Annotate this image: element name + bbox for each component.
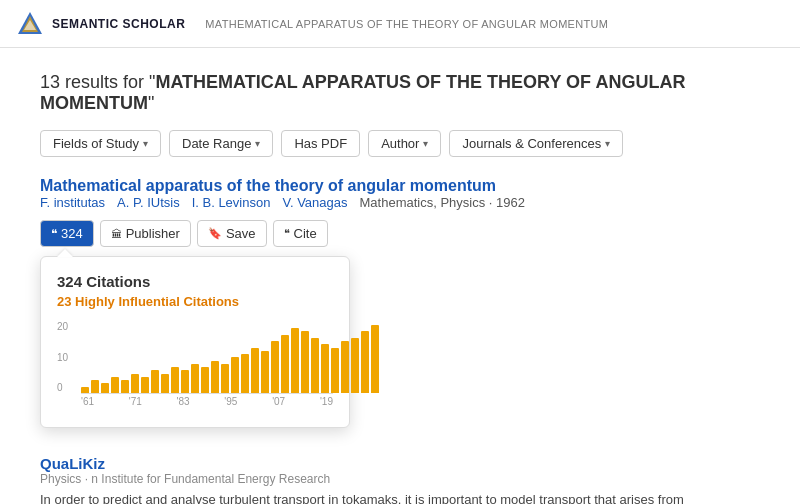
- chart-bar-25: [331, 348, 339, 393]
- logo-text: SEMANTIC SCHOLAR: [52, 17, 185, 31]
- header: SEMANTIC SCHOLAR MATHEMATICAL APPARATUS …: [0, 0, 800, 48]
- chart-bar-10: [181, 370, 189, 393]
- main-content: 13 results for "MATHEMATICAL APPARATUS O…: [0, 48, 800, 504]
- bookmark-icon: 🔖: [208, 227, 222, 240]
- publisher-label: Publisher: [126, 226, 180, 241]
- paper-2-title[interactable]: QuaLiKiz: [40, 455, 105, 472]
- filter-fields-of-study[interactable]: Fields of Study ▾: [40, 130, 161, 157]
- chart-bar-14: [221, 364, 229, 393]
- chart-bar-29: [371, 325, 379, 393]
- filter-date-label: Date Range: [182, 136, 251, 151]
- chart-bar-21: [291, 328, 299, 393]
- results-count: 13: [40, 72, 60, 92]
- chart-bar-18: [261, 351, 269, 393]
- chart-bar-27: [351, 338, 359, 393]
- chart-bar-0: [81, 387, 89, 393]
- x-label-71: '71: [129, 396, 142, 407]
- citation-chart: 20 10 0 '61 '71 '83 '95 '07 '19: [57, 321, 333, 411]
- paper-1-fields: Mathematics, Physics · 1962: [360, 195, 525, 210]
- chevron-down-icon: ▾: [423, 138, 428, 149]
- x-label-61: '61: [81, 396, 94, 407]
- chart-bar-20: [281, 335, 289, 393]
- chart-bar-9: [171, 367, 179, 393]
- paper-2-meta: Physics · n Institute for Fundamental En…: [40, 472, 760, 486]
- filter-author-label: Author: [381, 136, 419, 151]
- chart-bar-22: [301, 331, 309, 393]
- paper-2: QuaLiKiz Physics · n Institute for Funda…: [40, 455, 760, 504]
- chevron-down-icon: ▾: [143, 138, 148, 149]
- filter-author[interactable]: Author ▾: [368, 130, 441, 157]
- paper-1-author-3[interactable]: I. B. Levinson: [192, 195, 271, 210]
- chart-bar-17: [251, 348, 259, 393]
- chart-bar-1: [91, 380, 99, 393]
- x-label-19: '19: [320, 396, 333, 407]
- chart-bar-26: [341, 341, 349, 393]
- filter-has-pdf[interactable]: Has PDF: [281, 130, 360, 157]
- x-label-95: '95: [224, 396, 237, 407]
- paper-1-title[interactable]: Mathematical apparatus of the theory of …: [40, 177, 496, 194]
- popup-influential: 23 Highly Influential Citations: [57, 294, 333, 309]
- citation-count: 324: [61, 226, 83, 241]
- chart-baseline: [81, 393, 333, 394]
- chart-bar-11: [191, 364, 199, 393]
- citation-popup: 324 Citations 23 Highly Influential Cita…: [40, 256, 350, 428]
- logo-icon: [16, 10, 44, 38]
- chevron-down-icon: ▾: [255, 138, 260, 149]
- cite-icon: ❝: [284, 227, 290, 240]
- paper-1-cite-btn[interactable]: ❝ Cite: [273, 220, 328, 247]
- paper-2-abstract: In order to predict and analyse turbulen…: [40, 490, 760, 504]
- y-label-10: 10: [57, 352, 68, 363]
- chart-x-labels: '61 '71 '83 '95 '07 '19: [57, 396, 333, 407]
- results-query: MATHEMATICAL APPARATUS OF THE THEORY OF …: [40, 72, 685, 113]
- filter-date-range[interactable]: Date Range ▾: [169, 130, 273, 157]
- chart-bar-4: [121, 380, 129, 393]
- chart-bar-23: [311, 338, 319, 393]
- chart-bar-6: [141, 377, 149, 393]
- chart-bar-24: [321, 344, 329, 393]
- chart-bar-15: [231, 357, 239, 393]
- chevron-down-icon: ▾: [605, 138, 610, 149]
- y-label-0: 0: [57, 382, 68, 393]
- chart-bar-3: [111, 377, 119, 393]
- filter-journals[interactable]: Journals & Conferences ▾: [449, 130, 623, 157]
- header-title: MATHEMATICAL APPARATUS OF THE THEORY OF …: [205, 18, 608, 30]
- paper-1-author-4[interactable]: V. Vanagas: [282, 195, 347, 210]
- paper-1: Mathematical apparatus of the theory of …: [40, 177, 760, 275]
- quote-icon: ❝: [51, 227, 57, 241]
- chart-bar-28: [361, 331, 369, 393]
- paper-1-author-1[interactable]: F. institutas: [40, 195, 105, 210]
- chart-bar-12: [201, 367, 209, 393]
- paper-1-save-btn[interactable]: 🔖 Save: [197, 220, 267, 247]
- save-label: Save: [226, 226, 256, 241]
- chart-bar-2: [101, 383, 109, 393]
- filter-pdf-label: Has PDF: [294, 136, 347, 151]
- cite-label: Cite: [294, 226, 317, 241]
- filter-journals-label: Journals & Conferences: [462, 136, 601, 151]
- paper-1-meta: F. institutas A. P. IUtsis I. B. Levinso…: [40, 195, 760, 210]
- chart-bar-5: [131, 374, 139, 393]
- paper-2-meta-partial: Physics · n Institute for Fundamental En…: [40, 472, 330, 486]
- chart-bar-8: [161, 374, 169, 393]
- publisher-icon: 🏛: [111, 228, 122, 240]
- chart-bars: [57, 321, 333, 393]
- paper-1-cite-count-btn[interactable]: ❝ 324: [40, 220, 94, 247]
- popup-citations-title: 324 Citations: [57, 273, 333, 290]
- chart-bar-19: [271, 341, 279, 393]
- popup-arrow: [57, 249, 73, 257]
- x-label-83: '83: [177, 396, 190, 407]
- x-label-07: '07: [272, 396, 285, 407]
- results-title: 13 results for "MATHEMATICAL APPARATUS O…: [40, 72, 760, 114]
- y-label-20: 20: [57, 321, 68, 332]
- paper-1-action-bar: ❝ 324 🏛 Publisher 🔖 Save ❝ Cite 324 Cita…: [40, 220, 760, 247]
- chart-y-labels: 20 10 0: [57, 321, 68, 393]
- chart-bar-16: [241, 354, 249, 393]
- chart-bar-7: [151, 370, 159, 393]
- filters-bar: Fields of Study ▾ Date Range ▾ Has PDF A…: [40, 130, 760, 157]
- paper-1-publisher-btn[interactable]: 🏛 Publisher: [100, 220, 191, 247]
- logo[interactable]: SEMANTIC SCHOLAR: [16, 10, 185, 38]
- filter-fields-label: Fields of Study: [53, 136, 139, 151]
- paper-1-author-2[interactable]: A. P. IUtsis: [117, 195, 180, 210]
- chart-bar-13: [211, 361, 219, 393]
